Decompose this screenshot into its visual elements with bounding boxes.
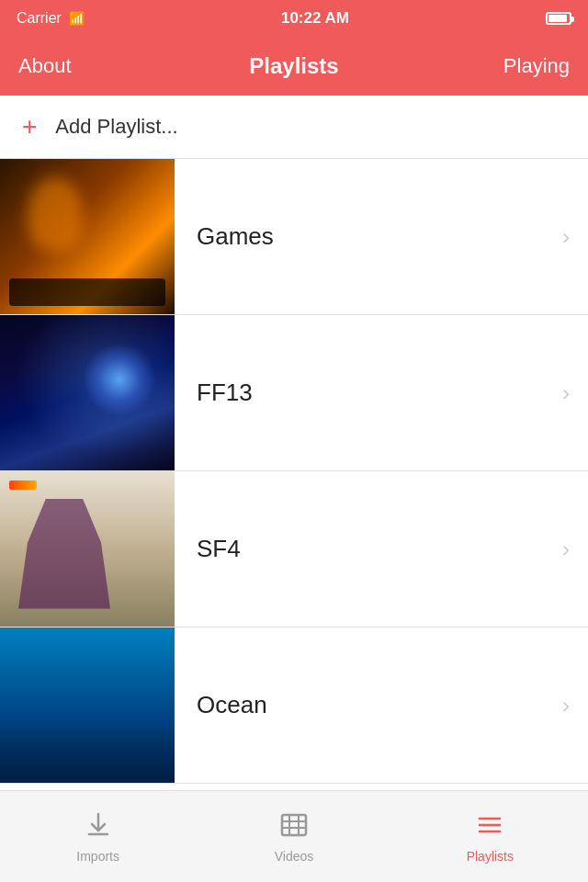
playlist-thumb-sf4 — [0, 471, 175, 628]
playlist-item-games[interactable]: Games › — [0, 159, 588, 315]
playlist-thumb-ff13 — [0, 315, 175, 471]
main-content: + Add Playlist... Games › FF13 › SF4 › O… — [0, 96, 588, 790]
playlists-tab-label: Playlists — [467, 849, 514, 864]
status-bar-right — [546, 12, 571, 25]
nav-bar: About Playlists Playing — [0, 37, 588, 96]
playlist-item-sf4[interactable]: SF4 › — [0, 471, 588, 628]
videos-icon — [279, 810, 309, 845]
svg-rect-0 — [282, 815, 306, 835]
playlist-name-ocean: Ocean — [175, 691, 562, 719]
about-button[interactable]: About — [18, 54, 92, 78]
chevron-games-icon: › — [562, 224, 588, 250]
imports-icon — [84, 810, 113, 845]
nav-title: Playlists — [249, 53, 338, 79]
status-bar-left: Carrier 📶 — [17, 10, 85, 27]
playing-button[interactable]: Playing — [496, 54, 570, 78]
status-bar: Carrier 📶 10:22 AM — [0, 0, 588, 37]
status-bar-time: 10:22 AM — [281, 9, 349, 28]
playlist-name-games: Games — [175, 222, 562, 251]
playlist-name-sf4: SF4 — [175, 535, 562, 563]
chevron-ocean-icon: › — [562, 693, 588, 718]
add-playlist-row[interactable]: + Add Playlist... — [0, 96, 588, 159]
chevron-ff13-icon: › — [562, 380, 588, 406]
carrier-label: Carrier — [17, 10, 62, 27]
chevron-sf4-icon: › — [562, 537, 588, 562]
playlist-thumb-games — [0, 159, 175, 315]
add-playlist-label: Add Playlist... — [55, 115, 177, 139]
tab-imports[interactable]: Imports — [0, 791, 196, 882]
playlist-item-ocean[interactable]: Ocean › — [0, 628, 588, 784]
tab-bar: Imports Videos Playlists — [0, 790, 588, 882]
battery-icon — [546, 12, 571, 25]
tab-playlists[interactable]: Playlists — [392, 791, 588, 882]
tab-videos[interactable]: Videos — [196, 791, 391, 882]
videos-tab-label: Videos — [275, 849, 314, 864]
imports-tab-label: Imports — [76, 849, 119, 864]
playlists-icon — [475, 810, 504, 845]
wifi-icon: 📶 — [69, 11, 85, 26]
add-icon: + — [22, 114, 37, 140]
playlist-name-ff13: FF13 — [175, 379, 562, 407]
playlist-thumb-ocean — [0, 628, 175, 784]
playlist-item-ff13[interactable]: FF13 › — [0, 315, 588, 471]
